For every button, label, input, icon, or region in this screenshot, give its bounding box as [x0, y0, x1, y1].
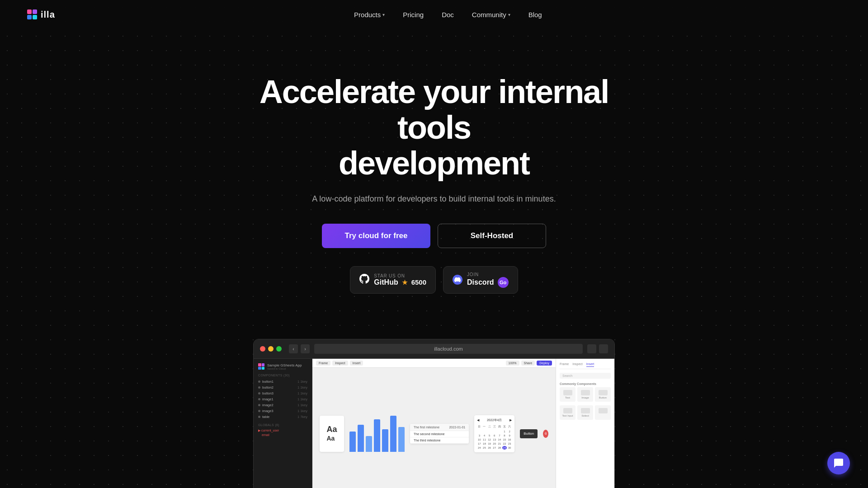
nav-products[interactable]: Products ▾	[354, 11, 385, 19]
cal-date: 27	[492, 446, 497, 450]
list-item[interactable]: button1 1 1key	[258, 379, 307, 385]
canvas-share-btn[interactable]: Share	[521, 361, 535, 366]
self-hosted-button[interactable]: Self-Hosted	[438, 224, 546, 248]
browser-back-button[interactable]: ‹	[289, 344, 298, 353]
cal-date	[487, 430, 492, 433]
image-component-icon	[581, 390, 590, 395]
canvas-insert-btn[interactable]: Insert	[350, 361, 363, 366]
browser-maximize-dot[interactable]	[276, 346, 282, 352]
cal-date: 7	[497, 434, 502, 437]
more-component-icon	[599, 408, 608, 413]
avatar-preview: 6	[543, 430, 548, 438]
discord-badge-content: JOIN Discord Go	[467, 272, 509, 288]
app-preview-section: ‹ › illacloud.com	[0, 321, 868, 488]
panel-comp-text[interactable]: Text	[560, 387, 576, 402]
products-chevron-icon: ▾	[382, 12, 385, 17]
hero-section: Accelerate your internal tools developme…	[0, 29, 868, 321]
cal-day: 日	[477, 424, 481, 429]
cal-date: 18	[482, 442, 486, 446]
cal-date: 5	[487, 434, 492, 437]
cal-date: 8	[502, 434, 507, 437]
cal-date	[492, 430, 497, 433]
browser-url-bar[interactable]: illacloud.com	[314, 344, 583, 354]
panel-comp-text-input[interactable]: Text Input	[560, 405, 576, 420]
github-badge-content: STAR US ON GitHub ★ 6500	[374, 273, 426, 286]
browser-content: Sample GSheets App Saved to Cloud COMPON…	[254, 359, 614, 488]
panel-components-grid: Text Image Button	[560, 387, 611, 402]
cal-date: 24	[477, 446, 481, 450]
font-preview-card: Aa Aa	[320, 416, 344, 452]
discord-badge[interactable]: JOIN Discord Go	[443, 266, 518, 294]
nav-community[interactable]: Community ▾	[472, 11, 510, 19]
cal-date: 30	[507, 446, 512, 450]
cal-day: 四	[497, 424, 502, 429]
cal-date: 2	[507, 430, 512, 433]
button-preview: Button	[520, 429, 538, 438]
browser-window: ‹ › illacloud.com	[253, 339, 615, 488]
components-section-title: COMPONENTS (30)	[258, 374, 307, 377]
cal-date: 16	[507, 438, 512, 441]
cal-date: 12	[487, 438, 492, 441]
global-current-user: ▶ current_user	[258, 428, 307, 433]
canvas-toolbar: Frame Inspect Insert 100% Share Deploy	[312, 359, 556, 368]
browser-share-btn[interactable]	[587, 344, 596, 353]
panel-comp-image[interactable]: Image	[577, 387, 593, 402]
nav-blog[interactable]: Blog	[528, 11, 542, 19]
cal-date: 15	[502, 438, 507, 441]
cal-date: 9	[507, 434, 512, 437]
bar-chart	[349, 416, 405, 452]
panel-comp-button[interactable]: Button	[595, 387, 611, 402]
cal-date: 17	[477, 442, 481, 446]
cal-date: 26	[487, 446, 492, 450]
list-item[interactable]: image1 1 1key	[258, 396, 307, 402]
cal-date: 11	[482, 438, 486, 441]
right-panel: Frame Inspect Insert Search Commonly Com…	[556, 359, 614, 488]
list-item[interactable]: image2 1 1key	[258, 402, 307, 408]
discord-go-indicator: Go	[498, 277, 509, 288]
cal-date	[477, 430, 481, 433]
cal-date: 25	[482, 446, 486, 450]
tab-frame[interactable]: Frame	[560, 362, 569, 367]
cal-day: 五	[502, 424, 507, 429]
chat-button[interactable]	[827, 452, 850, 474]
cal-date: 3	[477, 434, 481, 437]
tab-inspect[interactable]: Inspect	[572, 362, 583, 367]
tab-insert[interactable]: Insert	[586, 362, 594, 367]
global-email: email	[258, 433, 307, 437]
browser-minimize-dot[interactable]	[268, 346, 274, 352]
list-item[interactable]: image3 1 1key	[258, 408, 307, 414]
cal-day: 三	[492, 424, 497, 429]
canvas-deploy-btn[interactable]: Deploy	[537, 361, 552, 366]
browser-new-tab-btn[interactable]	[599, 344, 608, 353]
github-badge[interactable]: STAR US ON GitHub ★ 6500	[350, 266, 436, 294]
select-component-icon	[581, 408, 590, 413]
panel-search-input[interactable]: Search	[560, 373, 611, 379]
panel-comp-more[interactable]	[595, 405, 611, 420]
canvas-frame-btn[interactable]: Frame	[316, 361, 330, 366]
hero-subtitle: A low-code platform for developers to bu…	[312, 194, 556, 204]
nav-pricing[interactable]: Pricing	[403, 11, 424, 19]
list-item[interactable]: button2 1 1key	[258, 385, 307, 390]
sidebar-save-label: Saved to Cloud	[267, 367, 302, 370]
header: illa Products ▾ Pricing Doc Community ▾ …	[0, 0, 868, 29]
logo[interactable]: illa	[27, 9, 55, 20]
table-row: The third milestone	[410, 437, 469, 444]
browser-titlebar: ‹ › illacloud.com	[254, 339, 614, 359]
table-row: The second milestone	[410, 431, 469, 437]
text-input-component-icon	[563, 408, 572, 413]
nav-doc[interactable]: Doc	[442, 11, 454, 19]
list-item[interactable]: button3 1 1key	[258, 390, 307, 396]
browser-forward-button[interactable]: ›	[301, 344, 310, 353]
cal-date: 20	[492, 442, 497, 446]
sidebar-app-name: Sample GSheets App	[267, 363, 302, 367]
calendar-preview: ◀ 2022年4月 ▶ 日 一 二 三 四 五 六	[474, 415, 514, 452]
canvas-toolbar-right: 100% Share Deploy	[506, 361, 552, 366]
browser-close-dot[interactable]	[260, 346, 265, 352]
canvas-inspect-btn[interactable]: Inspect	[332, 361, 348, 366]
try-cloud-button[interactable]: Try cloud for free	[322, 224, 430, 248]
cal-date: 23	[507, 442, 512, 446]
panel-comp-select[interactable]: Select	[577, 405, 593, 420]
list-item[interactable]: table 1 7key	[258, 414, 307, 420]
cal-date: 1	[502, 430, 507, 433]
cal-date: 21	[497, 442, 502, 446]
